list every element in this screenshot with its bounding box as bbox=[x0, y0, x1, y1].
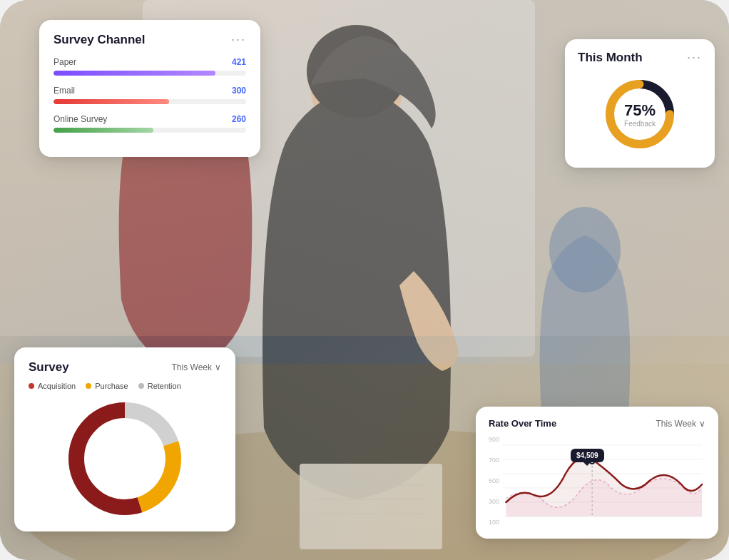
survey-title: Survey bbox=[29, 360, 69, 375]
survey-card: Survey This Week ∨ Acquisition Purchase … bbox=[14, 347, 235, 531]
y-label-500: 500 bbox=[489, 477, 499, 484]
this-month-card: This Month ··· 75% Feedback bbox=[565, 39, 715, 168]
bar-email-label: Email bbox=[53, 86, 75, 96]
donut-label: Feedback bbox=[624, 120, 656, 128]
bar-paper-label: Paper bbox=[53, 57, 76, 67]
this-week-label: This Week bbox=[172, 362, 212, 372]
donut-container: 75% Feedback bbox=[578, 75, 702, 153]
rate-period-button[interactable]: This Week ∨ bbox=[656, 419, 705, 429]
survey-donut-wrap bbox=[29, 402, 221, 516]
bar-email-track bbox=[53, 99, 246, 104]
survey-channel-menu[interactable]: ··· bbox=[231, 33, 246, 46]
y-label-900: 900 bbox=[489, 436, 499, 443]
survey-header: Survey This Week ∨ bbox=[29, 360, 221, 375]
donut-percent: 75% bbox=[624, 101, 656, 120]
y-label-100: 100 bbox=[489, 519, 499, 526]
purchase-dot bbox=[86, 383, 91, 389]
rate-over-time-card: Rate Over Time This Week ∨ 900 700 500 3… bbox=[476, 407, 718, 539]
donut-center: 75% Feedback bbox=[624, 101, 656, 128]
bar-paper-fill bbox=[53, 71, 215, 76]
svg-rect-7 bbox=[300, 464, 442, 549]
bar-email-value: 300 bbox=[232, 86, 246, 96]
bar-paper: Paper 421 bbox=[53, 57, 246, 76]
survey-channel-title: Survey Channel bbox=[53, 33, 146, 47]
purchase-label: Purchase bbox=[95, 382, 128, 390]
this-month-title: This Month bbox=[578, 51, 643, 65]
this-month-menu[interactable]: ··· bbox=[687, 51, 702, 63]
chevron-down-icon: ∨ bbox=[215, 362, 221, 372]
survey-legend: Acquisition Purchase Retention bbox=[29, 382, 221, 390]
bar-email: Email 300 bbox=[53, 86, 246, 104]
legend-acquisition: Acquisition bbox=[29, 382, 76, 390]
tooltip-value: $4,509 bbox=[576, 452, 598, 459]
acquisition-label: Acquisition bbox=[38, 382, 76, 390]
y-label-700: 700 bbox=[489, 457, 499, 464]
rate-period-label: This Week bbox=[656, 419, 696, 429]
legend-retention: Retention bbox=[138, 382, 181, 390]
bar-online-label: Online Survey bbox=[53, 114, 107, 124]
legend-purchase: Purchase bbox=[86, 382, 128, 390]
y-axis-labels: 900 700 500 300 100 bbox=[489, 434, 499, 527]
rate-chevron-icon: ∨ bbox=[699, 419, 705, 429]
retention-dot bbox=[138, 383, 144, 389]
bar-online: Online Survey 260 bbox=[53, 114, 246, 133]
rate-title: Rate Over Time bbox=[489, 418, 556, 429]
y-label-300: 300 bbox=[489, 498, 499, 505]
donut-wrap: 75% Feedback bbox=[601, 75, 679, 153]
retention-label: Retention bbox=[148, 382, 181, 390]
acquisition-dot bbox=[29, 383, 34, 389]
bar-paper-value: 421 bbox=[232, 57, 246, 67]
survey-donut-svg bbox=[68, 402, 182, 516]
survey-channel-card: Survey Channel ··· Paper 421 Email 300 O… bbox=[39, 20, 260, 157]
rate-header: Rate Over Time This Week ∨ bbox=[489, 418, 705, 429]
bar-online-track bbox=[53, 128, 246, 133]
bar-online-value: 260 bbox=[232, 114, 246, 124]
bar-online-fill bbox=[53, 128, 153, 133]
chart-area: 900 700 500 300 100 bbox=[489, 434, 705, 527]
bar-email-fill bbox=[53, 99, 169, 104]
tooltip-bubble: $4,509 bbox=[571, 449, 604, 462]
bar-paper-track bbox=[53, 71, 246, 76]
this-week-button[interactable]: This Week ∨ bbox=[172, 362, 221, 372]
